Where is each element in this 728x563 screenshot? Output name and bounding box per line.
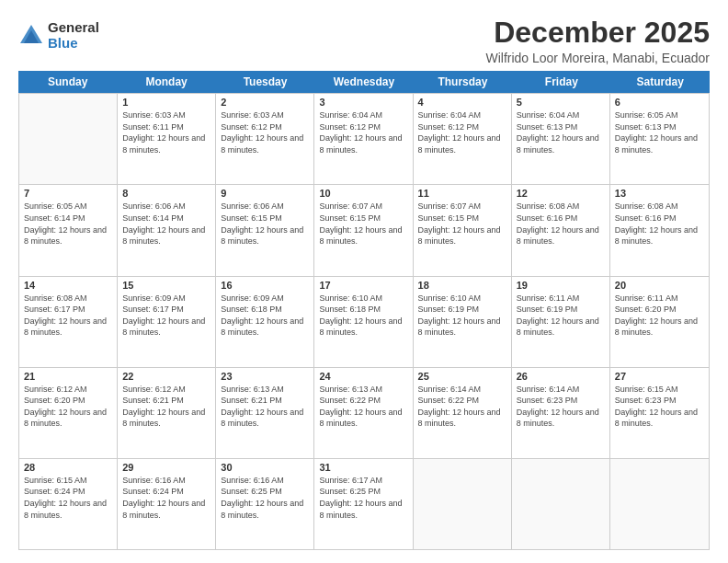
subtitle: Wilfrido Loor Moreira, Manabi, Ecuador: [485, 51, 710, 65]
day-info: Sunrise: 6:04 AM Sunset: 6:12 PM Dayligh…: [418, 109, 506, 155]
calendar-cell: 13Sunrise: 6:08 AM Sunset: 6:16 PM Dayli…: [610, 185, 709, 275]
day-number: 26: [517, 371, 605, 382]
calendar-cell: 11Sunrise: 6:07 AM Sunset: 6:15 PM Dayli…: [414, 185, 512, 275]
calendar-cell: 19Sunrise: 6:11 AM Sunset: 6:19 PM Dayli…: [512, 277, 610, 367]
day-info: Sunrise: 6:11 AM Sunset: 6:20 PM Dayligh…: [615, 293, 704, 339]
day-info: Sunrise: 6:06 AM Sunset: 6:14 PM Dayligh…: [122, 201, 210, 247]
calendar-cell: 4Sunrise: 6:04 AM Sunset: 6:12 PM Daylig…: [414, 94, 512, 184]
calendar-cell: [512, 459, 610, 549]
day-number: 18: [418, 280, 506, 291]
day-info: Sunrise: 6:14 AM Sunset: 6:23 PM Dayligh…: [517, 384, 605, 430]
header-day-friday: Friday: [512, 71, 610, 93]
calendar-cell: 7Sunrise: 6:05 AM Sunset: 6:14 PM Daylig…: [19, 185, 118, 275]
day-number: 9: [221, 188, 309, 199]
day-number: 17: [319, 280, 407, 291]
day-number: 10: [319, 188, 407, 199]
calendar-cell: 12Sunrise: 6:08 AM Sunset: 6:16 PM Dayli…: [512, 185, 610, 275]
day-info: Sunrise: 6:10 AM Sunset: 6:19 PM Dayligh…: [418, 293, 506, 339]
calendar-cell: 6Sunrise: 6:05 AM Sunset: 6:13 PM Daylig…: [610, 94, 709, 184]
day-info: Sunrise: 6:12 AM Sunset: 6:21 PM Dayligh…: [122, 384, 210, 430]
calendar-cell: 30Sunrise: 6:16 AM Sunset: 6:25 PM Dayli…: [216, 459, 314, 549]
day-number: 3: [319, 97, 407, 108]
calendar-row-2: 14Sunrise: 6:08 AM Sunset: 6:17 PM Dayli…: [19, 276, 709, 367]
day-number: 20: [615, 280, 704, 291]
day-number: 4: [418, 97, 506, 108]
calendar-cell: 9Sunrise: 6:06 AM Sunset: 6:15 PM Daylig…: [216, 185, 314, 275]
day-info: Sunrise: 6:05 AM Sunset: 6:13 PM Dayligh…: [615, 109, 704, 155]
day-info: Sunrise: 6:08 AM Sunset: 6:16 PM Dayligh…: [517, 201, 605, 247]
calendar-cell: 18Sunrise: 6:10 AM Sunset: 6:19 PM Dayli…: [414, 277, 512, 367]
day-number: 8: [122, 188, 210, 199]
day-info: Sunrise: 6:14 AM Sunset: 6:22 PM Dayligh…: [418, 384, 506, 430]
logo-blue: Blue: [48, 36, 99, 52]
day-number: 25: [418, 371, 506, 382]
day-number: 30: [221, 462, 309, 473]
day-number: 23: [221, 371, 309, 382]
calendar-cell: 29Sunrise: 6:16 AM Sunset: 6:24 PM Dayli…: [118, 459, 216, 549]
calendar-cell: 27Sunrise: 6:15 AM Sunset: 6:23 PM Dayli…: [610, 368, 709, 458]
calendar-cell: 15Sunrise: 6:09 AM Sunset: 6:17 PM Dayli…: [118, 277, 216, 367]
day-info: Sunrise: 6:04 AM Sunset: 6:12 PM Dayligh…: [319, 109, 407, 155]
day-number: 6: [615, 97, 704, 108]
page: General Blue December 2025 Wilfrido Loor…: [0, 0, 728, 563]
header-day-sunday: Sunday: [18, 71, 117, 93]
logo: General Blue: [18, 20, 99, 51]
calendar-cell: 5Sunrise: 6:04 AM Sunset: 6:13 PM Daylig…: [512, 94, 610, 184]
day-number: 29: [122, 462, 210, 473]
calendar-cell: 21Sunrise: 6:12 AM Sunset: 6:20 PM Dayli…: [19, 368, 118, 458]
calendar-cell: 14Sunrise: 6:08 AM Sunset: 6:17 PM Dayli…: [19, 277, 118, 367]
calendar-cell: [414, 459, 512, 549]
calendar-cell: 20Sunrise: 6:11 AM Sunset: 6:20 PM Dayli…: [610, 277, 709, 367]
logo-general: General: [48, 20, 99, 36]
calendar-cell: 24Sunrise: 6:13 AM Sunset: 6:22 PM Dayli…: [314, 368, 413, 458]
calendar-cell: 28Sunrise: 6:15 AM Sunset: 6:24 PM Dayli…: [19, 459, 118, 549]
day-info: Sunrise: 6:07 AM Sunset: 6:15 PM Dayligh…: [319, 201, 407, 247]
calendar-cell: 1Sunrise: 6:03 AM Sunset: 6:11 PM Daylig…: [118, 94, 216, 184]
calendar: SundayMondayTuesdayWednesdayThursdayFrid…: [18, 71, 710, 550]
header-day-thursday: Thursday: [414, 71, 512, 93]
title-block: December 2025 Wilfrido Loor Moreira, Man…: [485, 17, 710, 65]
logo-text: General Blue: [48, 20, 99, 51]
calendar-row-1: 7Sunrise: 6:05 AM Sunset: 6:14 PM Daylig…: [19, 184, 709, 275]
day-number: 31: [319, 462, 407, 473]
day-number: 1: [122, 97, 210, 108]
day-number: 5: [517, 97, 605, 108]
day-number: 19: [517, 280, 605, 291]
logo-icon: [18, 23, 44, 49]
day-info: Sunrise: 6:09 AM Sunset: 6:17 PM Dayligh…: [122, 293, 210, 339]
day-info: Sunrise: 6:16 AM Sunset: 6:24 PM Dayligh…: [122, 475, 210, 521]
calendar-header: SundayMondayTuesdayWednesdayThursdayFrid…: [18, 71, 710, 93]
day-number: 13: [615, 188, 704, 199]
day-info: Sunrise: 6:13 AM Sunset: 6:21 PM Dayligh…: [221, 384, 309, 430]
calendar-cell: 10Sunrise: 6:07 AM Sunset: 6:15 PM Dayli…: [314, 185, 413, 275]
day-info: Sunrise: 6:06 AM Sunset: 6:15 PM Dayligh…: [221, 201, 309, 247]
day-number: 12: [517, 188, 605, 199]
day-info: Sunrise: 6:15 AM Sunset: 6:24 PM Dayligh…: [24, 475, 112, 521]
day-info: Sunrise: 6:17 AM Sunset: 6:25 PM Dayligh…: [319, 475, 407, 521]
day-info: Sunrise: 6:04 AM Sunset: 6:13 PM Dayligh…: [517, 109, 605, 155]
day-number: 21: [24, 371, 112, 382]
calendar-cell: 8Sunrise: 6:06 AM Sunset: 6:14 PM Daylig…: [118, 185, 216, 275]
calendar-cell: [19, 94, 118, 184]
day-info: Sunrise: 6:12 AM Sunset: 6:20 PM Dayligh…: [24, 384, 112, 430]
day-number: 2: [221, 97, 309, 108]
calendar-cell: 2Sunrise: 6:03 AM Sunset: 6:12 PM Daylig…: [216, 94, 314, 184]
day-info: Sunrise: 6:10 AM Sunset: 6:18 PM Dayligh…: [319, 293, 407, 339]
day-info: Sunrise: 6:15 AM Sunset: 6:23 PM Dayligh…: [615, 384, 704, 430]
header-day-saturday: Saturday: [611, 71, 710, 93]
calendar-cell: 26Sunrise: 6:14 AM Sunset: 6:23 PM Dayli…: [512, 368, 610, 458]
calendar-row-3: 21Sunrise: 6:12 AM Sunset: 6:20 PM Dayli…: [19, 367, 709, 458]
calendar-row-4: 28Sunrise: 6:15 AM Sunset: 6:24 PM Dayli…: [19, 458, 709, 549]
day-number: 16: [221, 280, 309, 291]
calendar-row-0: 1Sunrise: 6:03 AM Sunset: 6:11 PM Daylig…: [19, 93, 709, 184]
day-number: 28: [24, 462, 112, 473]
day-number: 7: [24, 188, 112, 199]
calendar-cell: 25Sunrise: 6:14 AM Sunset: 6:22 PM Dayli…: [414, 368, 512, 458]
day-info: Sunrise: 6:05 AM Sunset: 6:14 PM Dayligh…: [24, 201, 112, 247]
header-day-tuesday: Tuesday: [216, 71, 314, 93]
calendar-cell: 23Sunrise: 6:13 AM Sunset: 6:21 PM Dayli…: [216, 368, 314, 458]
calendar-cell: [610, 459, 709, 549]
calendar-cell: 17Sunrise: 6:10 AM Sunset: 6:18 PM Dayli…: [314, 277, 413, 367]
day-info: Sunrise: 6:03 AM Sunset: 6:11 PM Dayligh…: [122, 109, 210, 155]
header: General Blue December 2025 Wilfrido Loor…: [18, 17, 710, 65]
